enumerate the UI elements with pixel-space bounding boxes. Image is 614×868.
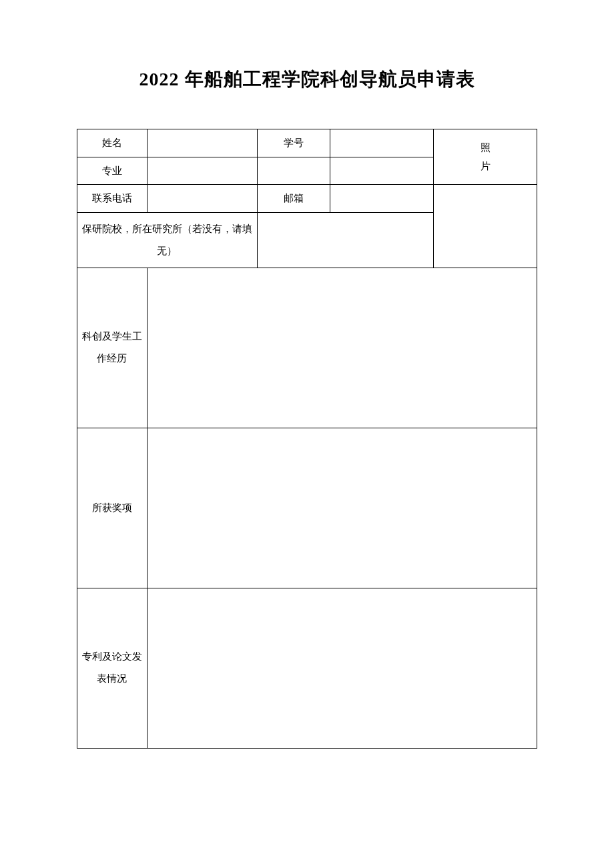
- label-grad-school: 保研院校，所在研究所（若没有，请填无）: [77, 212, 258, 268]
- value-major[interactable]: [147, 157, 257, 185]
- value-experience[interactable]: [147, 268, 537, 428]
- value-student-id[interactable]: [330, 129, 434, 157]
- photo-label-line2: 片: [435, 157, 535, 176]
- value-email[interactable]: [330, 185, 434, 213]
- photo-cell[interactable]: 照 片: [434, 129, 537, 185]
- label-patents: 专利及论文发表情况: [77, 588, 147, 748]
- value-major-extra2[interactable]: [330, 157, 434, 185]
- label-student-id: 学号: [257, 129, 330, 157]
- value-phone[interactable]: [147, 185, 257, 213]
- value-patents[interactable]: [147, 588, 537, 748]
- label-name: 姓名: [77, 129, 147, 157]
- empty-cell-right: [434, 185, 537, 268]
- application-form-table: 姓名 学号 照 片 专业 联系电话 邮箱 保研院校，所在研究所（若没有，请填无）: [77, 129, 537, 749]
- photo-label-line1: 照: [435, 138, 535, 157]
- label-major: 专业: [77, 157, 147, 185]
- page-title: 2022 年船舶工程学院科创导航员申请表: [77, 67, 537, 92]
- value-awards[interactable]: [147, 428, 537, 588]
- value-major-extra1[interactable]: [257, 157, 330, 185]
- label-experience: 科创及学生工作经历: [77, 268, 147, 428]
- label-email: 邮箱: [257, 185, 330, 213]
- label-awards: 所获奖项: [77, 428, 147, 588]
- label-phone: 联系电话: [77, 185, 147, 213]
- value-name[interactable]: [147, 129, 257, 157]
- value-grad-school[interactable]: [257, 212, 434, 268]
